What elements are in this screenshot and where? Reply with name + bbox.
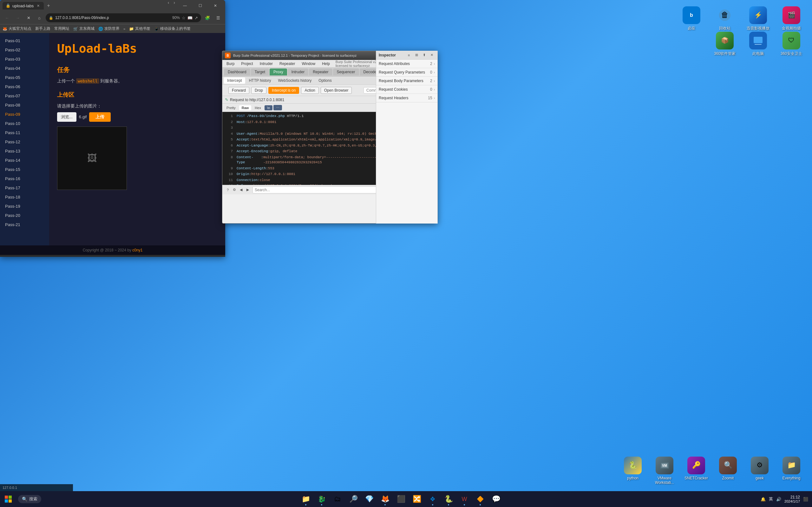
desktop-icon-python[interactable]: 🐍 python	[618, 457, 647, 485]
bookmark-star-icon[interactable]: ☆	[182, 15, 185, 20]
volume-icon[interactable]: 🔊	[776, 497, 781, 502]
tab-nav-next[interactable]: ›	[172, 0, 177, 11]
reader-mode-icon[interactable]: 📖	[187, 15, 193, 20]
sidebar-item-pass11[interactable]: Pass-11	[0, 128, 49, 137]
taskbar-app-vscode[interactable]: 💎	[362, 492, 376, 506]
desktop-icon-biyng[interactable]: b 必应	[677, 6, 706, 37]
req-tab-raw[interactable]: Raw	[239, 105, 252, 110]
notification-icon[interactable]: 🔔	[761, 497, 766, 502]
burp-subtab-options[interactable]: Options	[315, 77, 335, 84]
desktop-icon-snet[interactable]: 🔑 SNETCracker	[682, 457, 710, 485]
search-prev-icon[interactable]: ◀	[238, 187, 244, 193]
browser-minimize-button[interactable]: —	[178, 0, 192, 11]
browser-close-button[interactable]: ✕	[208, 0, 223, 11]
inspector-list-view-btn[interactable]: ≡	[406, 52, 412, 58]
inspector-headers[interactable]: Request Headers 15 ›	[376, 94, 437, 102]
language-icon[interactable]: 英	[769, 496, 773, 502]
inspector-expand-btn[interactable]: ⬆	[421, 52, 427, 58]
taskbar-app-vscode2[interactable]: ❖	[426, 492, 440, 506]
bookmark-attackworld[interactable]: 🌐 攻防世界	[98, 26, 120, 32]
sidebar-item-pass19[interactable]: Pass-19	[0, 202, 49, 211]
bookmark-others[interactable]: 📁 其他书签	[129, 26, 150, 32]
desktop-icon-vmware[interactable]: VM VMware Workstati...	[650, 457, 679, 485]
sidebar-item-pass12[interactable]: Pass-12	[0, 137, 49, 147]
nav-back-button[interactable]: ←	[3, 13, 11, 22]
sidebar-item-pass20[interactable]: Pass-20	[0, 211, 49, 220]
taskbar-app-git[interactable]: 🔀	[410, 492, 424, 506]
sidebar-item-pass08[interactable]: Pass-08	[0, 101, 49, 110]
sidebar-item-pass06[interactable]: Pass-06	[0, 82, 49, 91]
nav-reload-button[interactable]: ✕	[24, 13, 33, 22]
desktop-icon-mypc[interactable]: 此电脑	[744, 32, 772, 56]
inspector-grid-view-btn[interactable]: ⊞	[413, 52, 420, 58]
share-icon[interactable]: ↗	[195, 15, 198, 20]
sidebar-item-pass03[interactable]: Pass-03	[0, 55, 49, 64]
search-next-icon[interactable]: ▶	[245, 187, 251, 193]
tab-close-button[interactable]: ✕	[36, 3, 41, 8]
upload-submit-button[interactable]: 上传	[89, 112, 111, 122]
burp-tab-sequencer[interactable]: Sequencer	[333, 68, 359, 75]
intercept-toggle-button[interactable]: Intercept is on	[268, 87, 299, 94]
sidebar-item-pass09[interactable]: Pass-09	[0, 110, 49, 119]
burp-menu-repeater[interactable]: Repeater	[277, 61, 297, 67]
sidebar-item-pass05[interactable]: Pass-05	[0, 73, 49, 82]
sidebar-item-pass21[interactable]: Pass-21	[0, 220, 49, 229]
sidebar-item-pass14[interactable]: Pass-14	[0, 156, 49, 165]
bookmark-firefoxofficial[interactable]: 🦊 火狐官方站点	[3, 26, 32, 32]
notifications-badge[interactable]: ⬛	[803, 497, 808, 502]
burp-tab-proxy[interactable]: Proxy	[270, 68, 287, 75]
sidebar-item-pass13[interactable]: Pass-13	[0, 147, 49, 156]
taskbar-app-search-circle[interactable]: 🔎	[346, 492, 360, 506]
taskbar-app-wps[interactable]: W	[457, 492, 471, 506]
sidebar-item-pass17[interactable]: Pass-17	[0, 183, 49, 192]
req-tab-pretty[interactable]: Pretty	[224, 105, 238, 110]
taskbar-search[interactable]: 🔍 搜索	[18, 495, 41, 503]
bookmark-jd[interactable]: 🛒 京东商城	[73, 26, 95, 32]
inspector-close-btn[interactable]: ✕	[429, 52, 435, 58]
tab-nav-prev[interactable]: ‹	[166, 0, 171, 11]
burp-menu-window[interactable]: Window	[299, 61, 318, 67]
file-browse-button[interactable]: 浏览...	[57, 112, 76, 122]
search-settings-icon[interactable]: ⚙	[231, 187, 237, 193]
search-help-icon[interactable]: ?	[225, 187, 231, 193]
desktop-icon-360soft[interactable]: 📦 360软件管家	[710, 32, 739, 56]
footer-author-link[interactable]: c0ny1	[132, 248, 143, 252]
sidebar-item-pass16[interactable]: Pass-16	[0, 174, 49, 183]
sidebar-item-pass15[interactable]: Pass-15	[0, 165, 49, 174]
sidebar-item-pass07[interactable]: Pass-07	[0, 91, 49, 101]
bookmark-newuser[interactable]: 新手上路	[35, 26, 50, 32]
sidebar-item-pass10[interactable]: Pass-10	[0, 119, 49, 128]
burp-menu-project[interactable]: Project	[238, 61, 255, 67]
sidebar-item-pass02[interactable]: Pass-02	[0, 45, 49, 55]
nav-forward-button[interactable]: →	[13, 13, 22, 22]
taskbar-app-terminal[interactable]: ⬛	[394, 492, 408, 506]
browser-maximize-button[interactable]: ☐	[193, 0, 207, 11]
bookmark-mobile[interactable]: 📱 移动设备上的书签	[154, 26, 191, 32]
burp-subtab-websockets[interactable]: WebSockets history	[275, 77, 315, 84]
inspector-cookies[interactable]: Request Cookies 0 ›	[376, 85, 437, 94]
open-browser-button[interactable]: Open Browser	[321, 87, 352, 94]
address-bar[interactable]: 🔒 127.0.0.1:8081/Pass-09/index.p 90% ☆ 📖…	[46, 13, 201, 22]
burp-tab-repeater[interactable]: Repeater	[309, 68, 332, 75]
bookmarks-more[interactable]: »	[123, 27, 125, 31]
sidebar-item-pass04[interactable]: Pass-04	[0, 64, 49, 73]
taskbar-app-firefox[interactable]: 🦊	[378, 492, 392, 506]
taskbar-app-files2[interactable]: 🗂	[330, 492, 344, 506]
inspector-body-params[interactable]: Request Body Parameters 2 ›	[376, 77, 437, 85]
taskbar-app-wechat[interactable]: 💬	[489, 492, 503, 506]
req-tab-special2[interactable]: ⋯	[273, 105, 282, 110]
taskbar-app-files[interactable]: 📁	[299, 492, 313, 506]
taskbar-app-burp[interactable]: 🔶	[473, 492, 487, 506]
desktop-icon-everything[interactable]: 📁 Everything	[777, 457, 806, 485]
burp-tab-dashboard[interactable]: Dashboard	[224, 68, 250, 75]
new-tab-button[interactable]: +	[46, 2, 51, 10]
bookmark-commonurl[interactable]: 常用网址	[54, 26, 69, 32]
taskbar-clock[interactable]: 21:12 2024/1/17	[784, 495, 800, 503]
desktop-icon-geek[interactable]: ⚙ geek	[745, 457, 774, 485]
browser-menu-button[interactable]: ☰	[214, 13, 223, 22]
burp-menu-burp[interactable]: Burp	[224, 61, 237, 67]
sidebar-item-pass01[interactable]: Pass-01	[0, 36, 49, 45]
forward-button[interactable]: Forward	[228, 87, 249, 94]
browser-tab-uploadlabs[interactable]: 🔒 upload-labs ✕	[3, 2, 44, 9]
inspector-query-params[interactable]: Request Query Parameters 0 ›	[376, 68, 437, 77]
